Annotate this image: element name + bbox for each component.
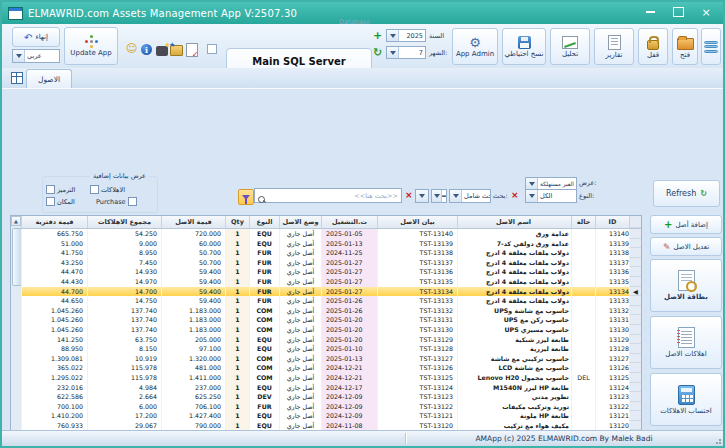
- operator-select[interactable]: =: [431, 189, 447, 203]
- add-db-icon[interactable]: +: [371, 29, 384, 42]
- analyze-button[interactable]: تحليل: [550, 28, 590, 65]
- update-app-button[interactable]: Update App: [64, 27, 118, 65]
- asset-card-button[interactable]: بطاقة الاصل: [650, 259, 722, 312]
- header-id[interactable]: ID: [595, 216, 629, 228]
- cell-ind: [629, 402, 641, 412]
- table-row[interactable]: 13124طابعة HP ليزر M1540NTST-131242024-1…: [21, 383, 641, 393]
- lock-button[interactable]: قفل: [638, 28, 668, 65]
- header-depreciation[interactable]: مجموع الاهلاكات: [87, 216, 161, 228]
- info-icon[interactable]: i: [140, 43, 153, 56]
- add-asset-button[interactable]: + إضافة أصل: [650, 215, 722, 234]
- edit-asset-button[interactable]: ✎ تعديل الاصل: [650, 237, 722, 256]
- table-row[interactable]: 13122توريد وتركيب مكيفاتTST-131222024-12…: [21, 402, 641, 412]
- table-row[interactable]: 13126حاسوب مع شاشة LCDTST-131262024-12-2…: [21, 363, 641, 373]
- header-name[interactable]: اسم الاصل: [457, 216, 571, 228]
- header-bookvalue[interactable]: قيمة دفترية: [21, 216, 87, 228]
- cell-name: دولاب ملفات معلقة 4 ادرج: [457, 248, 571, 258]
- checkbox-location[interactable]: المكان: [46, 197, 75, 206]
- menu-stack-button[interactable]: [701, 28, 721, 65]
- header-value[interactable]: قيمة الاصل: [161, 216, 225, 228]
- type-filter-select[interactable]: الكل: [525, 189, 577, 203]
- lock-icon: [647, 40, 659, 50]
- search-input[interactable]: <<بحث هنا>>: [254, 188, 402, 203]
- table-row[interactable]: 13123تطوير مدنيTST-131232024-12-09أصل جا…: [21, 392, 641, 402]
- table-row[interactable]: 13138دولاب ملفات معلقة 4 ادرجTST-1313820…: [21, 248, 641, 258]
- cell-qty: 1: [225, 277, 249, 287]
- cell-id: 13131: [595, 315, 629, 325]
- header-bayan[interactable]: بيان الاصل: [377, 216, 457, 228]
- app-admin-button[interactable]: ⚙ App Admin: [452, 28, 498, 65]
- asset-depreciations-label: اهلاكات الاصل: [665, 350, 706, 358]
- report-document-icon: [608, 35, 621, 50]
- checkbox-depreciations[interactable]: الاهلاكات: [90, 185, 125, 194]
- table-row[interactable]: 13133دولاب ملفات معلقة 4 ادرجTST-1313320…: [21, 296, 641, 306]
- checkbox-coding[interactable]: الترميز: [46, 185, 75, 194]
- header-status[interactable]: وضع الاصل: [279, 216, 321, 228]
- open-button[interactable]: فتح: [672, 28, 698, 65]
- cell-date: 2025-01-27: [321, 277, 377, 287]
- header-qty[interactable]: Qty: [225, 216, 249, 228]
- filter-funnel-button[interactable]: [238, 189, 254, 205]
- scroll-up-icon[interactable]: ▲: [11, 216, 21, 226]
- camera-star-glyph: [156, 46, 168, 56]
- cell-book: 665.750: [21, 229, 87, 239]
- table-row[interactable]: 13125DELحاسوب محمول Lenovo H20TST-131252…: [21, 373, 641, 383]
- table-row[interactable]: 13131حاسوب ركن مع UPSTST-131312025-01-20…: [21, 315, 641, 325]
- document-check-icon[interactable]: [185, 43, 198, 56]
- backup-button[interactable]: نسخ احتياطي: [502, 28, 546, 65]
- header-date[interactable]: ت.التشغيل: [321, 216, 377, 228]
- reload-db-icon[interactable]: ↻: [371, 46, 384, 59]
- close-button[interactable]: ×: [693, 3, 719, 21]
- cell-name: طابعة HP ليزر M1540N: [457, 383, 571, 393]
- table-row[interactable]: 13121طابعة HP ملونةTST-131212024-12-09أص…: [21, 411, 641, 421]
- table-row[interactable]: ◀13134دولاب ملفات معلقة 4 ادرجTST-131342…: [21, 287, 641, 297]
- table-row[interactable]: 13139عدامة ورق دولفي كد-7TST-131392025-0…: [21, 239, 641, 249]
- cell-bayan: TST-13122: [377, 402, 457, 412]
- checkbox-purchase[interactable]: Purchase: [96, 197, 137, 206]
- clear-search-icon[interactable]: ×: [405, 191, 413, 200]
- cell-qty: 1: [225, 239, 249, 249]
- table-row[interactable]: 13127حاسوب تركيبي مع شاشةTST-131272025-0…: [21, 354, 641, 364]
- cell-date: 2025-01-20: [321, 335, 377, 345]
- cell-book: 44.650: [21, 296, 87, 306]
- table-row[interactable]: 13136دولاب ملفات معلقة 4 ادرجTST-1313620…: [21, 267, 641, 277]
- header-type[interactable]: النوع: [249, 216, 279, 228]
- exit-button[interactable]: ↶ إنهاء: [12, 27, 60, 47]
- cell-book: 1.045.260: [21, 325, 87, 335]
- year-select[interactable]: 2025: [386, 29, 426, 42]
- cell-depr: 14.700: [87, 287, 161, 297]
- search-option-select[interactable]: [415, 189, 429, 203]
- refresh-button[interactable]: Refresh ↻: [653, 180, 720, 207]
- table-row[interactable]: 13130حاسوب مسيري UPSTST-131302025-01-20أ…: [21, 325, 641, 335]
- snapshot-star-icon[interactable]: [155, 44, 168, 57]
- cell-id: 13134: [595, 287, 629, 297]
- month-select[interactable]: 7: [386, 46, 426, 59]
- cell-ind: [629, 392, 641, 402]
- table-row[interactable]: 13135دولاب ملفات معلقة 4 ادرجTST-1313520…: [21, 277, 641, 287]
- smiley-icon[interactable]: ☺: [125, 42, 138, 55]
- reports-button[interactable]: تقارير: [594, 28, 634, 65]
- table-row[interactable]: 13132حاسوب مع شاشة وUPSTST-131322025-01-…: [21, 306, 641, 316]
- grid-view-icon[interactable]: [11, 72, 23, 84]
- cell-qty: 1: [225, 392, 249, 402]
- search-scope-select[interactable]: بحث شامل: [449, 189, 491, 203]
- cell-date: 2024-12-09: [321, 402, 377, 412]
- table-row[interactable]: 13137دولاب ملفات معلقة 4 ادرجTST-1313720…: [21, 258, 641, 268]
- cell-hala: [571, 383, 595, 393]
- table-row[interactable]: 13140عدامة ورقTST-131402025-01-05أصل جار…: [21, 229, 641, 239]
- table-row[interactable]: 13128طابعة ليزريةTST-131282025-01-10أصل …: [21, 344, 641, 354]
- table-row[interactable]: 13129طابعة ليزر شبكيةTST-131292025-01-20…: [21, 335, 641, 345]
- cell-depr: 6.000: [87, 402, 161, 412]
- asset-depreciations-button[interactable]: اهلاكات الاصل: [650, 316, 722, 369]
- header-hala[interactable]: حالة: [571, 216, 595, 228]
- minimize-button[interactable]: [637, 3, 663, 21]
- toolbar-checkbox[interactable]: [207, 44, 217, 54]
- view-filter-select[interactable]: الاصول الغير مستهلكة: [525, 177, 577, 190]
- maximize-button[interactable]: [665, 3, 691, 21]
- resize-grip[interactable]: [713, 436, 721, 444]
- calculate-depreciations-button[interactable]: احتساب الاهلاكات: [650, 373, 722, 426]
- folder-star-icon[interactable]: [170, 44, 183, 57]
- tab-assets[interactable]: الاصول: [26, 69, 72, 89]
- language-select[interactable]: عربي: [12, 49, 60, 63]
- clear-type-filter-icon[interactable]: ×: [511, 191, 519, 200]
